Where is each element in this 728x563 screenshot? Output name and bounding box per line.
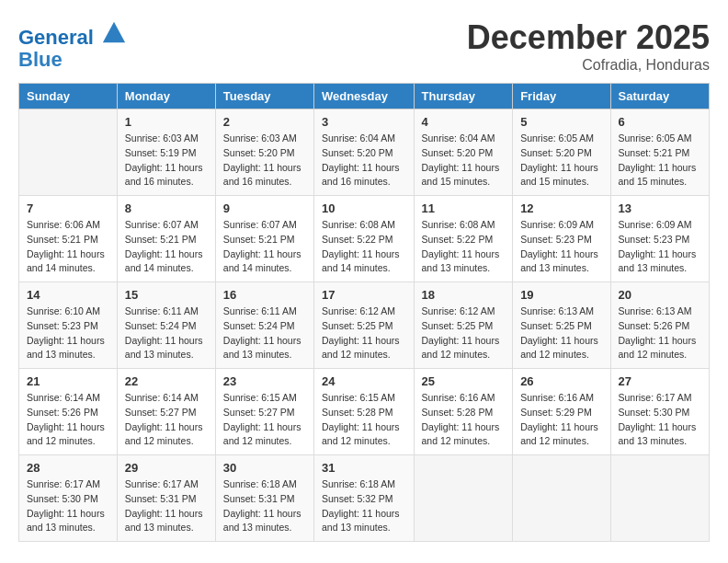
day-number: 10 xyxy=(322,201,406,215)
day-number: 6 xyxy=(619,115,701,129)
day-info: Sunrise: 6:05 AMSunset: 5:21 PMDaylight:… xyxy=(619,132,701,190)
header-day-saturday: Saturday xyxy=(610,84,709,109)
day-info: Sunrise: 6:17 AMSunset: 5:31 PMDaylight:… xyxy=(125,477,208,535)
day-number: 24 xyxy=(322,374,406,388)
day-number: 23 xyxy=(223,374,306,388)
calendar-cell: 17Sunrise: 6:12 AMSunset: 5:25 PMDayligh… xyxy=(313,282,414,369)
day-number: 4 xyxy=(422,115,506,129)
day-number: 22 xyxy=(125,374,208,388)
page-header: General Blue December 2025 Cofradia, Hon… xyxy=(18,18,710,74)
day-info: Sunrise: 6:03 AMSunset: 5:19 PMDaylight:… xyxy=(125,132,208,190)
calendar-week-row: 1Sunrise: 6:03 AMSunset: 5:19 PMDaylight… xyxy=(19,109,710,196)
day-info: Sunrise: 6:06 AMSunset: 5:21 PMDaylight:… xyxy=(27,218,109,276)
calendar-cell: 20Sunrise: 6:13 AMSunset: 5:26 PMDayligh… xyxy=(610,282,709,369)
calendar-cell: 9Sunrise: 6:07 AMSunset: 5:21 PMDaylight… xyxy=(215,196,313,282)
logo: General Blue xyxy=(18,18,127,71)
header-day-wednesday: Wednesday xyxy=(313,84,414,109)
calendar-week-row: 21Sunrise: 6:14 AMSunset: 5:26 PMDayligh… xyxy=(19,369,710,455)
day-info: Sunrise: 6:04 AMSunset: 5:20 PMDaylight:… xyxy=(422,132,506,190)
header-day-tuesday: Tuesday xyxy=(215,84,313,109)
day-number: 1 xyxy=(125,115,208,129)
day-info: Sunrise: 6:09 AMSunset: 5:23 PMDaylight:… xyxy=(619,218,701,276)
day-number: 12 xyxy=(520,201,602,215)
calendar-week-row: 14Sunrise: 6:10 AMSunset: 5:23 PMDayligh… xyxy=(19,282,710,369)
day-number: 8 xyxy=(125,201,208,215)
day-number: 11 xyxy=(422,201,506,215)
day-info: Sunrise: 6:18 AMSunset: 5:31 PMDaylight:… xyxy=(223,477,306,535)
day-number: 30 xyxy=(223,461,306,475)
calendar-cell: 11Sunrise: 6:08 AMSunset: 5:22 PMDayligh… xyxy=(414,196,513,282)
day-number: 19 xyxy=(520,288,602,302)
day-info: Sunrise: 6:15 AMSunset: 5:28 PMDaylight:… xyxy=(322,391,406,449)
calendar-header-row: SundayMondayTuesdayWednesdayThursdayFrid… xyxy=(19,84,710,109)
calendar-cell: 3Sunrise: 6:04 AMSunset: 5:20 PMDaylight… xyxy=(313,109,414,196)
header-day-monday: Monday xyxy=(117,84,215,109)
calendar-cell: 4Sunrise: 6:04 AMSunset: 5:20 PMDaylight… xyxy=(414,109,513,196)
day-info: Sunrise: 6:07 AMSunset: 5:21 PMDaylight:… xyxy=(223,218,306,276)
header-day-thursday: Thursday xyxy=(414,84,513,109)
calendar-cell xyxy=(610,455,709,542)
logo-text: General Blue xyxy=(18,18,127,71)
day-info: Sunrise: 6:11 AMSunset: 5:24 PMDaylight:… xyxy=(125,304,208,362)
calendar-cell: 25Sunrise: 6:16 AMSunset: 5:28 PMDayligh… xyxy=(414,369,513,455)
day-info: Sunrise: 6:13 AMSunset: 5:25 PMDaylight:… xyxy=(520,304,602,362)
day-info: Sunrise: 6:09 AMSunset: 5:23 PMDaylight:… xyxy=(520,218,602,276)
calendar-week-row: 28Sunrise: 6:17 AMSunset: 5:30 PMDayligh… xyxy=(19,455,710,542)
header-day-friday: Friday xyxy=(513,84,610,109)
calendar-cell: 15Sunrise: 6:11 AMSunset: 5:24 PMDayligh… xyxy=(117,282,215,369)
calendar-cell: 6Sunrise: 6:05 AMSunset: 5:21 PMDaylight… xyxy=(610,109,709,196)
calendar-cell xyxy=(414,455,513,542)
calendar-cell: 30Sunrise: 6:18 AMSunset: 5:31 PMDayligh… xyxy=(215,455,313,542)
calendar-cell: 29Sunrise: 6:17 AMSunset: 5:31 PMDayligh… xyxy=(117,455,215,542)
header-day-sunday: Sunday xyxy=(19,84,118,109)
calendar-cell: 7Sunrise: 6:06 AMSunset: 5:21 PMDaylight… xyxy=(19,196,118,282)
calendar-cell: 10Sunrise: 6:08 AMSunset: 5:22 PMDayligh… xyxy=(313,196,414,282)
calendar-cell: 24Sunrise: 6:15 AMSunset: 5:28 PMDayligh… xyxy=(313,369,414,455)
calendar-cell: 23Sunrise: 6:15 AMSunset: 5:27 PMDayligh… xyxy=(215,369,313,455)
day-info: Sunrise: 6:16 AMSunset: 5:29 PMDaylight:… xyxy=(520,391,602,449)
logo-blue: Blue xyxy=(18,48,63,71)
day-number: 29 xyxy=(125,461,208,475)
day-info: Sunrise: 6:03 AMSunset: 5:20 PMDaylight:… xyxy=(223,132,306,190)
day-info: Sunrise: 6:08 AMSunset: 5:22 PMDaylight:… xyxy=(322,218,406,276)
day-info: Sunrise: 6:10 AMSunset: 5:23 PMDaylight:… xyxy=(27,304,109,362)
calendar-cell xyxy=(513,455,610,542)
calendar-cell: 2Sunrise: 6:03 AMSunset: 5:20 PMDaylight… xyxy=(215,109,313,196)
day-number: 25 xyxy=(422,374,506,388)
calendar-cell: 13Sunrise: 6:09 AMSunset: 5:23 PMDayligh… xyxy=(610,196,709,282)
day-info: Sunrise: 6:12 AMSunset: 5:25 PMDaylight:… xyxy=(422,304,506,362)
day-info: Sunrise: 6:04 AMSunset: 5:20 PMDaylight:… xyxy=(322,132,406,190)
location-subtitle: Cofradia, Honduras xyxy=(467,57,710,74)
calendar-cell: 16Sunrise: 6:11 AMSunset: 5:24 PMDayligh… xyxy=(215,282,313,369)
calendar-cell: 19Sunrise: 6:13 AMSunset: 5:25 PMDayligh… xyxy=(513,282,610,369)
day-number: 21 xyxy=(27,374,109,388)
day-number: 2 xyxy=(223,115,306,129)
svg-marker-0 xyxy=(103,22,125,42)
day-info: Sunrise: 6:16 AMSunset: 5:28 PMDaylight:… xyxy=(422,391,506,449)
day-info: Sunrise: 6:17 AMSunset: 5:30 PMDaylight:… xyxy=(619,391,701,449)
day-number: 9 xyxy=(223,201,306,215)
calendar-cell: 12Sunrise: 6:09 AMSunset: 5:23 PMDayligh… xyxy=(513,196,610,282)
day-info: Sunrise: 6:17 AMSunset: 5:30 PMDaylight:… xyxy=(27,477,109,535)
day-number: 18 xyxy=(422,288,506,302)
logo-general: General xyxy=(18,26,94,49)
day-number: 5 xyxy=(520,115,602,129)
calendar-cell: 22Sunrise: 6:14 AMSunset: 5:27 PMDayligh… xyxy=(117,369,215,455)
day-info: Sunrise: 6:12 AMSunset: 5:25 PMDaylight:… xyxy=(322,304,406,362)
day-number: 7 xyxy=(27,201,109,215)
calendar-cell: 31Sunrise: 6:18 AMSunset: 5:32 PMDayligh… xyxy=(313,455,414,542)
calendar-table: SundayMondayTuesdayWednesdayThursdayFrid… xyxy=(18,83,710,542)
calendar-cell: 21Sunrise: 6:14 AMSunset: 5:26 PMDayligh… xyxy=(19,369,118,455)
day-number: 27 xyxy=(619,374,701,388)
day-number: 14 xyxy=(27,288,109,302)
day-info: Sunrise: 6:11 AMSunset: 5:24 PMDaylight:… xyxy=(223,304,306,362)
day-info: Sunrise: 6:18 AMSunset: 5:32 PMDaylight:… xyxy=(322,477,406,535)
calendar-cell: 1Sunrise: 6:03 AMSunset: 5:19 PMDaylight… xyxy=(117,109,215,196)
day-number: 26 xyxy=(520,374,602,388)
day-number: 17 xyxy=(322,288,406,302)
day-info: Sunrise: 6:13 AMSunset: 5:26 PMDaylight:… xyxy=(619,304,701,362)
calendar-week-row: 7Sunrise: 6:06 AMSunset: 5:21 PMDaylight… xyxy=(19,196,710,282)
calendar-cell: 8Sunrise: 6:07 AMSunset: 5:21 PMDaylight… xyxy=(117,196,215,282)
calendar-cell: 27Sunrise: 6:17 AMSunset: 5:30 PMDayligh… xyxy=(610,369,709,455)
day-number: 3 xyxy=(322,115,406,129)
